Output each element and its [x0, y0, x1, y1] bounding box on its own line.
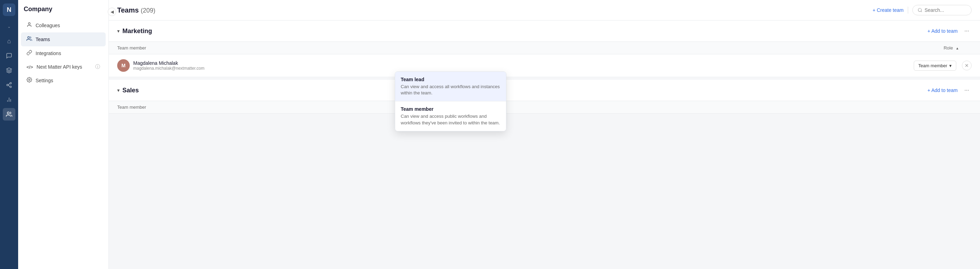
- sidebar-item-teams-label: Teams: [36, 36, 50, 42]
- member-email: magdalena.michalak@nextmatter.com: [133, 66, 204, 71]
- header-divider: [908, 6, 908, 14]
- page-title: Teams (209): [117, 6, 155, 14]
- settings-icon: [27, 77, 32, 84]
- icon-rail: N ⌄ ⌂: [0, 0, 18, 269]
- svg-point-11: [27, 36, 29, 38]
- sidebar-item-api-keys[interactable]: </> Next Matter API keys ⓘ: [21, 60, 106, 74]
- svg-marker-0: [6, 68, 12, 71]
- column-header-member: Team member: [109, 42, 616, 54]
- team-section-sales: ▾ Sales + Add to team ··· Team member: [109, 80, 980, 114]
- svg-point-10: [28, 23, 30, 24]
- app-logo: N: [3, 3, 15, 16]
- role-actions: Team member ▾ ✕: [624, 61, 972, 71]
- add-to-team-button-sales[interactable]: + Add to team: [928, 87, 958, 93]
- integrations-icon: [27, 50, 32, 57]
- team-collapse-icon[interactable]: ▾: [117, 28, 119, 34]
- main-content: Teams (209) + Create team ▾ Marketing + …: [109, 0, 980, 269]
- svg-point-3: [10, 86, 11, 88]
- sidebar-item-teams[interactable]: Teams: [21, 32, 106, 46]
- sidebar-item-colleagues[interactable]: Colleagues: [21, 19, 106, 32]
- sort-icon: ▲: [956, 46, 959, 50]
- team-header-sales: ▾ Sales + Add to team ···: [109, 80, 980, 101]
- member-row: M Magdalena Michalak magdalena.michalak@…: [117, 59, 608, 72]
- remove-member-button[interactable]: ✕: [962, 61, 972, 70]
- chart-icon[interactable]: [3, 93, 15, 106]
- svg-point-13: [918, 8, 921, 11]
- column-header-member-sales: Team member: [109, 101, 640, 114]
- svg-line-14: [921, 11, 922, 12]
- more-options-button-sales[interactable]: ···: [962, 85, 972, 95]
- sidebar-item-settings[interactable]: Settings: [21, 74, 106, 87]
- dropdown-item-title-member: Team member: [401, 106, 501, 112]
- team-section-marketing: ▾ Marketing + Add to team ··· Team membe…: [109, 21, 980, 77]
- team-header-sales-left: ▾ Sales: [117, 87, 139, 94]
- team-header-right: + Add to team ···: [928, 26, 972, 36]
- svg-point-9: [7, 112, 10, 114]
- team-table-marketing: Team member Role ▲ M: [109, 41, 980, 77]
- member-info: Magdalena Michalak magdalena.michalak@ne…: [133, 60, 204, 71]
- search-input[interactable]: [924, 7, 966, 13]
- header-actions: + Create team: [873, 5, 972, 15]
- svg-line-4: [8, 85, 10, 86]
- team-table-sales: Team member: [109, 101, 980, 114]
- inbox-icon[interactable]: [3, 49, 15, 62]
- home-icon[interactable]: ⌂: [3, 35, 15, 47]
- sidebar-item-api-keys-label: Next Matter API keys: [37, 64, 82, 70]
- add-to-team-button-marketing[interactable]: + Add to team: [928, 28, 958, 34]
- api-keys-info-icon: ⓘ: [95, 64, 100, 70]
- svg-point-12: [29, 79, 30, 81]
- dropdown-item-desc-member: Can view and access public workflows and…: [401, 113, 501, 126]
- sidebar: Company Colleagues Teams Integrations </…: [18, 0, 109, 269]
- role-select-dropdown[interactable]: Team member ▾: [914, 61, 956, 71]
- company-name: Company: [18, 6, 108, 19]
- avatar: M: [117, 59, 130, 72]
- column-header-role-sales: [640, 101, 980, 114]
- api-keys-icon: </>: [27, 65, 33, 70]
- team-collapse-icon-sales[interactable]: ▾: [117, 87, 119, 93]
- sidebar-item-integrations-label: Integrations: [36, 51, 61, 56]
- chevron-down-icon[interactable]: ⌄: [3, 20, 15, 33]
- team-header-left: ▾ Marketing: [117, 27, 152, 35]
- search-box: [912, 5, 972, 15]
- svg-line-5: [8, 84, 10, 85]
- svg-point-2: [6, 84, 8, 86]
- team-name-marketing: Marketing: [123, 27, 152, 35]
- dropdown-item-team-lead[interactable]: Team lead Can view and access all workfl…: [395, 72, 506, 101]
- layers-icon[interactable]: [3, 64, 15, 77]
- workflow-icon[interactable]: [3, 79, 15, 91]
- dropdown-chevron-icon: ▾: [949, 63, 952, 68]
- sidebar-collapse-button[interactable]: ◀: [108, 8, 116, 16]
- role-dropdown: Team lead Can view and access all workfl…: [395, 71, 506, 131]
- search-icon: [918, 8, 923, 13]
- more-options-button-marketing[interactable]: ···: [962, 26, 972, 36]
- teams-rail-icon[interactable]: [3, 108, 15, 120]
- team-header-marketing: ▾ Marketing + Add to team ···: [109, 21, 980, 41]
- sidebar-item-integrations[interactable]: Integrations: [21, 46, 106, 60]
- dropdown-item-desc-lead: Can view and access all workflows and in…: [401, 84, 501, 96]
- dropdown-item-team-member[interactable]: Team member Can view and access public w…: [395, 101, 506, 131]
- teams-count: (209): [140, 7, 155, 14]
- sidebar-item-settings-label: Settings: [36, 78, 53, 83]
- member-name: Magdalena Michalak: [133, 60, 204, 66]
- team-header-sales-right: + Add to team ···: [928, 85, 972, 95]
- team-name-sales: Sales: [123, 87, 139, 94]
- svg-point-1: [10, 82, 11, 84]
- teams-list: ▾ Marketing + Add to team ··· Team membe…: [109, 21, 980, 269]
- role-cell: Team member ▾ ✕: [616, 54, 980, 77]
- member-cell: M Magdalena Michalak magdalena.michalak@…: [109, 54, 616, 77]
- teams-sidebar-icon: [27, 36, 32, 43]
- column-header-role[interactable]: Role ▲: [616, 42, 980, 54]
- colleagues-icon: [27, 22, 32, 29]
- sidebar-item-colleagues-label: Colleagues: [36, 23, 60, 28]
- main-header: Teams (209) + Create team: [109, 0, 980, 21]
- create-team-button[interactable]: + Create team: [873, 7, 904, 13]
- table-row: M Magdalena Michalak magdalena.michalak@…: [109, 54, 980, 77]
- dropdown-item-title-lead: Team lead: [401, 77, 501, 82]
